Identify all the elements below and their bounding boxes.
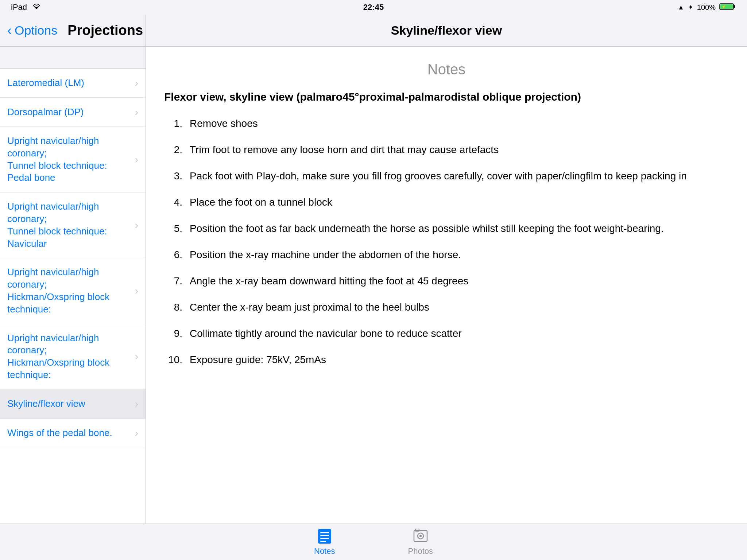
detail-heading: Flexor view, skyline view (palmaro45°pro… (164, 89, 729, 105)
photos-tab-icon (413, 528, 429, 544)
svg-rect-1 (734, 5, 735, 8)
list-item-text: Center the x-ray beam just proximal to t… (190, 300, 729, 315)
location-icon: ▲ (678, 4, 684, 11)
sidebar-item-skyline[interactable]: Skyline/flexor view › (0, 390, 146, 419)
tab-notes[interactable]: Notes (314, 528, 335, 556)
detail-pane: Notes Flexor view, skyline view (palmaro… (146, 47, 747, 524)
detail-list: 1. Remove shoes 2. Trim foot to remove a… (164, 116, 729, 368)
notes-tab-label: Notes (314, 547, 335, 556)
list-item-num: 5. (164, 221, 182, 236)
sidebar-item-label: Wings of the pedal bone. (7, 427, 131, 439)
list-item: 6. Position the x-ray machine under the … (164, 247, 729, 262)
wifi-icon (31, 2, 42, 12)
list-item-text: Angle the x-ray beam downward hitting th… (190, 273, 729, 289)
list-item: 8. Center the x-ray beam just proximal t… (164, 300, 729, 315)
list-item-text: Pack foot with Play-doh, make sure you f… (190, 168, 729, 184)
list-item-text: Position the x-ray machine under the abd… (190, 247, 729, 262)
nav-left-title: Projections (67, 23, 143, 38)
status-left: iPad (11, 2, 42, 12)
back-label[interactable]: Options (15, 23, 57, 38)
sidebar-item-upright-navicular[interactable]: Upright navicular/high coronary;Tunnel b… (0, 192, 146, 258)
nav-right: Skyline/flexor view (146, 23, 747, 38)
nav-bar: ‹ Options Projections Skyline/flexor vie… (0, 15, 747, 47)
sidebar-item-label: Upright navicular/high coronary;Tunnel b… (7, 201, 131, 250)
list-item: 5. Position the foot as far back underne… (164, 221, 729, 236)
list-item-text: Exposure guide: 75kV, 25mAs (190, 352, 729, 368)
photos-tab-label: Photos (408, 547, 433, 556)
status-right: ▲ ✦ 100% ⚡ (678, 3, 736, 12)
ipad-label: iPad (11, 3, 27, 12)
svg-point-12 (419, 535, 422, 537)
nav-left: ‹ Options Projections (0, 15, 146, 46)
status-time: 22:45 (363, 3, 384, 12)
svg-text:⚡: ⚡ (721, 4, 726, 9)
list-item: 4. Place the foot on a tunnel block (164, 195, 729, 210)
sidebar-item-label: Skyline/flexor view (7, 398, 131, 410)
list-item-num: 1. (164, 116, 182, 131)
battery-icon: ⚡ (719, 3, 736, 12)
sidebar-item-label: Upright navicular/high coronary;Hickman/… (7, 332, 131, 381)
status-bar: iPad 22:45 ▲ ✦ 100% ⚡ (0, 0, 747, 15)
chevron-right-icon: › (135, 427, 138, 439)
notes-tab-icon (317, 528, 333, 544)
list-item-text: Remove shoes (190, 116, 729, 131)
chevron-right-icon: › (135, 154, 138, 166)
list-item-num: 10. (164, 352, 182, 368)
chevron-right-icon: › (135, 351, 138, 362)
list-item-num: 8. (164, 300, 182, 315)
sidebar-item-upright-hickman2[interactable]: Upright navicular/high coronary;Hickman/… (0, 324, 146, 390)
bluetooth-icon: ✦ (688, 3, 693, 11)
list-item-num: 7. (164, 273, 182, 289)
list-item-num: 3. (164, 168, 182, 184)
list-item: 10. Exposure guide: 75kV, 25mAs (164, 352, 729, 368)
list-item: 7. Angle the x-ray beam downward hitting… (164, 273, 729, 289)
list-item-text: Trim foot to remove any loose horn and d… (190, 142, 729, 158)
tab-photos[interactable]: Photos (408, 528, 433, 556)
notes-title: Notes (164, 61, 729, 78)
chevron-right-icon: › (135, 106, 138, 118)
battery-label: 100% (697, 3, 716, 12)
nav-right-title: Skyline/flexor view (391, 23, 502, 38)
sidebar: Lateromedial (LM) › Dorsopalmar (DP) › U… (0, 47, 146, 524)
back-arrow-icon[interactable]: ‹ (7, 24, 12, 37)
sidebar-item-upright-hickman1[interactable]: Upright navicular/high coronary;Hickman/… (0, 258, 146, 324)
sidebar-section-header (0, 47, 146, 69)
main-content: Lateromedial (LM) › Dorsopalmar (DP) › U… (0, 47, 747, 524)
list-item: 1. Remove shoes (164, 116, 729, 131)
list-item: 2. Trim foot to remove any loose horn an… (164, 142, 729, 158)
tab-bar: Notes Photos (0, 524, 747, 560)
list-item-num: 4. (164, 195, 182, 210)
list-item-text: Position the foot as far back underneath… (190, 221, 729, 236)
sidebar-item-wings[interactable]: Wings of the pedal bone. › (0, 419, 146, 448)
list-item-num: 9. (164, 326, 182, 341)
list-item-text: Collimate tightly around the navicular b… (190, 326, 729, 341)
sidebar-item-label: Upright navicular/high coronary;Hickman/… (7, 266, 131, 315)
sidebar-item-label: Upright navicular/high coronary;Tunnel b… (7, 135, 131, 184)
sidebar-item-dorsopalmar[interactable]: Dorsopalmar (DP) › (0, 98, 146, 127)
chevron-right-icon: › (135, 285, 138, 297)
chevron-right-icon: › (135, 398, 138, 410)
chevron-right-icon: › (135, 219, 138, 231)
list-item-num: 6. (164, 247, 182, 262)
sidebar-item-upright-pedal[interactable]: Upright navicular/high coronary;Tunnel b… (0, 127, 146, 192)
list-item: 3. Pack foot with Play-doh, make sure yo… (164, 168, 729, 184)
sidebar-item-label: Dorsopalmar (DP) (7, 106, 131, 118)
sidebar-item-lateromedial[interactable]: Lateromedial (LM) › (0, 69, 146, 98)
list-item-text: Place the foot on a tunnel block (190, 195, 729, 210)
list-item-num: 2. (164, 142, 182, 158)
list-item: 9. Collimate tightly around the navicula… (164, 326, 729, 341)
chevron-right-icon: › (135, 77, 138, 89)
sidebar-item-label: Lateromedial (LM) (7, 77, 131, 89)
